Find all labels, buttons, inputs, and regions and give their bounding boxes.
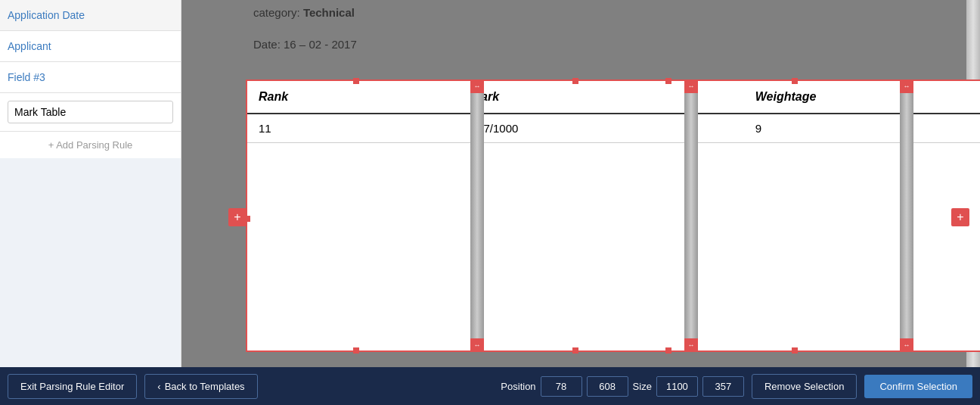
sidebar: Application Date Applicant Field #3 + Ad…: [0, 0, 181, 367]
resize-handle-top[interactable]: [665, 78, 671, 84]
resize-handle-col1-top[interactable]: [353, 78, 359, 84]
resize-handle-col2-bottom[interactable]: [572, 347, 578, 354]
confirm-selection-button[interactable]: Confirm Selection: [864, 375, 972, 398]
position-group: Position Size: [501, 376, 744, 397]
column-separator-3[interactable]: ↔ ↔: [900, 79, 913, 352]
add-column-right-button[interactable]: +: [951, 208, 969, 226]
table-header-rank: Rank: [247, 81, 460, 114]
separator-top-arrow-1[interactable]: ↔: [470, 79, 484, 93]
size-height-input[interactable]: [702, 376, 744, 397]
position-label: Position: [501, 381, 535, 392]
separator-bottom-arrow-2[interactable]: ↔: [684, 338, 698, 352]
sidebar-item-applicant[interactable]: Applicant: [0, 31, 181, 62]
separator-top-arrow-3[interactable]: ↔: [900, 79, 913, 93]
chevron-left-icon: ‹: [157, 381, 160, 392]
table-cell-mark: 927/1000: [460, 114, 744, 143]
sidebar-item-field3[interactable]: Field #3: [0, 62, 181, 93]
sidebar-lower-area: [0, 158, 181, 367]
document-table: Rank Mark Weightage 11 927/1000 9: [247, 81, 980, 143]
separator-bottom-arrow-3[interactable]: ↔: [900, 338, 913, 352]
footer: Exit Parsing Rule Editor ‹ Back to Templ…: [0, 367, 980, 405]
add-parsing-rule-button[interactable]: + Add Parsing Rule: [0, 132, 181, 158]
canvas-area: category: Technical Date: 16 – 02 - 2017…: [181, 0, 980, 367]
resize-handle-col3-top[interactable]: [792, 78, 798, 84]
position-y-input[interactable]: [587, 376, 628, 397]
size-label: Size: [633, 381, 652, 392]
add-column-left-button[interactable]: +: [228, 208, 247, 226]
table-header-mark: Mark: [460, 81, 744, 114]
rule-name-input-row: [0, 93, 181, 132]
rule-name-input[interactable]: [8, 101, 173, 123]
column-separator-2[interactable]: ↔ ↔: [684, 79, 698, 352]
category-text: category: Technical: [253, 6, 355, 19]
date-text: Date: 16 – 02 - 2017: [253, 38, 357, 51]
resize-handle-col1-bottom[interactable]: [353, 347, 359, 354]
table-cell-weightage: 9: [744, 114, 980, 143]
selection-box: Rank Mark Weightage 11 927/1000 9: [246, 79, 980, 352]
column-separator-1[interactable]: ↔ ↔: [470, 79, 484, 352]
table-row: 11 927/1000 9: [247, 114, 980, 143]
resize-handle-col2-top[interactable]: [572, 78, 578, 84]
size-width-input[interactable]: [656, 376, 698, 397]
separator-bottom-arrow-1[interactable]: ↔: [470, 338, 484, 352]
exit-parsing-rule-editor-button[interactable]: Exit Parsing Rule Editor: [8, 374, 137, 399]
sidebar-item-application-date[interactable]: Application Date: [0, 0, 181, 31]
remove-selection-button[interactable]: Remove Selection: [752, 374, 858, 399]
resize-handle-bottom[interactable]: [665, 347, 671, 354]
resize-handle-col3-bottom[interactable]: [792, 347, 798, 354]
separator-top-arrow-2[interactable]: ↔: [684, 79, 698, 93]
table-header-weightage: Weightage: [744, 81, 980, 114]
back-to-templates-button[interactable]: ‹ Back to Templates: [144, 374, 257, 399]
table-cell-rank: 11: [247, 114, 460, 143]
position-x-input[interactable]: [541, 376, 582, 397]
